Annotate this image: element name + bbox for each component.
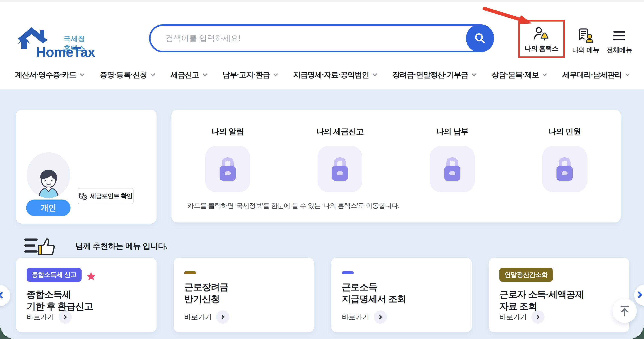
card-title: 근로장려금 반기신청 xyxy=(184,281,304,305)
card-title: 나의 세금신고 xyxy=(316,126,364,137)
quick-item-label: 전체메뉴 xyxy=(606,46,632,54)
card-badge: 종합소득세 신고 xyxy=(26,268,82,282)
profile-type-badge[interactable]: 개인 xyxy=(26,200,70,216)
scroll-top-icon xyxy=(620,305,630,316)
chevron-down-icon xyxy=(203,72,207,76)
nav-label: 상담·불복·제보 xyxy=(492,70,539,80)
my-hometax-card: 나의 알림 나의 세금신고 나의 납부 xyxy=(172,110,621,222)
card-title: 종합소득세 기한 후 환급신고 xyxy=(26,288,146,312)
list-thumbs-up-icon xyxy=(23,236,57,256)
card-title: 근로소득 지급명세서 조회 xyxy=(342,281,461,305)
hamburger-icon xyxy=(613,30,626,42)
nav-item-certificate-register[interactable]: 증명·등록·신청 xyxy=(100,70,154,80)
nav-label: 증명·등록·신청 xyxy=(100,70,147,80)
locked-tile xyxy=(205,146,250,192)
site-header: 국세청홈택스 HomeTax 나 xyxy=(0,2,644,90)
locked-tile xyxy=(430,146,475,192)
chevron-right-icon xyxy=(635,291,642,298)
main-navigation: 계산서·영수증·카드 증명·등록·신청 세금신고 납부·고지·환급 지급명세·자… xyxy=(15,66,629,84)
nav-item-tax-filing[interactable]: 세금신고 xyxy=(170,70,206,80)
my-alerts-card[interactable]: 나의 알림 xyxy=(172,126,284,192)
tax-points-button[interactable]: P 세금포인트 확인 xyxy=(78,188,134,204)
shortcut-card-yearend-deduction-data[interactable]: 연말정산간소화 근로자 소득·세액공제 자료 조회 바로가기 xyxy=(489,258,629,332)
browser-top-strip xyxy=(0,0,644,2)
quick-item-my-hometax[interactable]: 나의 홈택스 xyxy=(525,26,558,53)
svg-text:P: P xyxy=(84,196,86,199)
lock-icon xyxy=(330,156,350,182)
nav-label: 납부·고지·환급 xyxy=(222,70,270,80)
quick-menu: 나의 홈택스 나의 메뉴 전체메뉴 xyxy=(518,20,632,58)
card-title: 나의 납부 xyxy=(436,126,468,137)
coins-icon: P xyxy=(79,192,87,200)
quick-item-label: 나의 홈택스 xyxy=(525,44,558,53)
recommend-heading: 님께 추천하는 메뉴 입니다. xyxy=(76,241,168,252)
locked-tile xyxy=(542,146,587,192)
shortcut-link[interactable]: 바로가기 xyxy=(184,310,229,324)
quick-item-all-menu[interactable]: 전체메뉴 xyxy=(606,30,632,58)
scroll-to-top-button[interactable] xyxy=(612,298,637,323)
search-bar xyxy=(149,24,494,52)
chevron-down-icon xyxy=(80,72,84,76)
nav-label: 계산서·영수증·카드 xyxy=(15,70,76,80)
card-dash xyxy=(342,271,354,274)
shortcut-link[interactable]: 바로가기 xyxy=(342,310,387,324)
avatar xyxy=(26,152,70,198)
card-dash xyxy=(184,271,196,274)
quick-item-my-menu[interactable]: 나의 메뉴 xyxy=(572,28,599,58)
card-title: 나의 알림 xyxy=(212,126,244,137)
locked-tile xyxy=(318,146,362,192)
shortcut-link-label: 바로가기 xyxy=(26,312,54,322)
tax-points-label: 세금포인트 확인 xyxy=(90,192,132,200)
nav-label: 세무대리·납세관리 xyxy=(562,70,622,80)
nav-label: 장려금·연말정산·기부금 xyxy=(392,70,468,80)
annotation-arrow xyxy=(482,7,535,27)
chevron-down-icon xyxy=(372,72,377,76)
quick-item-label: 나의 메뉴 xyxy=(572,46,599,54)
star-icon xyxy=(86,272,96,280)
profile-card: 개인 P 세금포인트 확인 xyxy=(16,110,156,224)
nav-label: 세금신고 xyxy=(170,70,199,80)
my-payment-card[interactable]: 나의 납부 xyxy=(396,126,508,192)
chevron-right-icon xyxy=(374,310,387,324)
shortcut-card-earned-income-statement[interactable]: 근로소득 지급명세서 조회 바로가기 xyxy=(331,258,472,332)
shortcut-link-label: 바로가기 xyxy=(184,312,212,322)
search-input[interactable] xyxy=(166,26,453,51)
nav-item-consult-appeal-report[interactable]: 상담·불복·제보 xyxy=(492,70,546,80)
shortcut-link[interactable]: 바로가기 xyxy=(500,310,544,324)
my-hometax-caption: 카드를 클릭하면 '국세정보'를 한눈에 볼 수 있는 '나의 홈택스'로 이동… xyxy=(188,201,400,210)
lock-icon xyxy=(218,156,238,182)
chevron-down-icon xyxy=(625,72,630,76)
chevron-down-icon xyxy=(472,72,476,76)
shortcut-link-label: 바로가기 xyxy=(342,312,369,322)
chevron-down-icon xyxy=(542,72,547,76)
lock-icon xyxy=(554,156,575,182)
shortcut-card-work-incentive[interactable]: 근로장려금 반기신청 바로가기 xyxy=(174,258,314,332)
lock-icon xyxy=(442,156,462,182)
nav-item-incentive-yearend-donation[interactable]: 장려금·연말정산·기부금 xyxy=(392,70,476,80)
my-civil-service-card[interactable]: 나의 민원 xyxy=(508,126,621,192)
shortcut-cards-row: 종합소득세 신고 종합소득세 기한 후 환급신고 바로가기 근로장려금 반기신청… xyxy=(16,258,629,332)
shortcut-card-income-tax-refund[interactable]: 종합소득세 신고 종합소득세 기한 후 환급신고 바로가기 xyxy=(16,258,156,332)
chevron-down-icon xyxy=(274,72,278,76)
nav-label: 지급명세·자료·공익법인 xyxy=(293,70,369,80)
hometax-logo[interactable]: 국세청홈택스 HomeTax xyxy=(15,26,87,58)
shortcut-link[interactable]: 바로가기 xyxy=(26,310,72,324)
chevron-right-icon xyxy=(58,310,72,324)
nav-item-statement-data-nonprofit[interactable]: 지급명세·자료·공익법인 xyxy=(293,70,376,80)
nav-item-invoice-receipt-card[interactable]: 계산서·영수증·카드 xyxy=(15,70,84,80)
chevron-left-icon xyxy=(0,292,5,299)
my-tax-filing-card[interactable]: 나의 세금신고 xyxy=(284,126,396,192)
person-bell-icon xyxy=(533,26,550,41)
search-button[interactable] xyxy=(466,24,494,52)
recommend-heading-row: 님께 추천하는 메뉴 입니다. xyxy=(23,236,168,256)
chevron-down-icon xyxy=(150,72,155,76)
chevron-right-icon xyxy=(216,310,229,324)
logo-title: HomeTax xyxy=(36,44,95,60)
card-title: 나의 민원 xyxy=(548,126,581,137)
nav-item-tax-agent-management[interactable]: 세무대리·납세관리 xyxy=(562,70,629,80)
chevron-right-icon xyxy=(531,310,544,324)
card-title: 근로자 소득·세액공제 자료 조회 xyxy=(500,288,619,312)
document-person-icon xyxy=(577,28,594,42)
nav-item-payment-notice-refund[interactable]: 납부·고지·환급 xyxy=(222,70,277,80)
search-icon xyxy=(473,31,487,45)
